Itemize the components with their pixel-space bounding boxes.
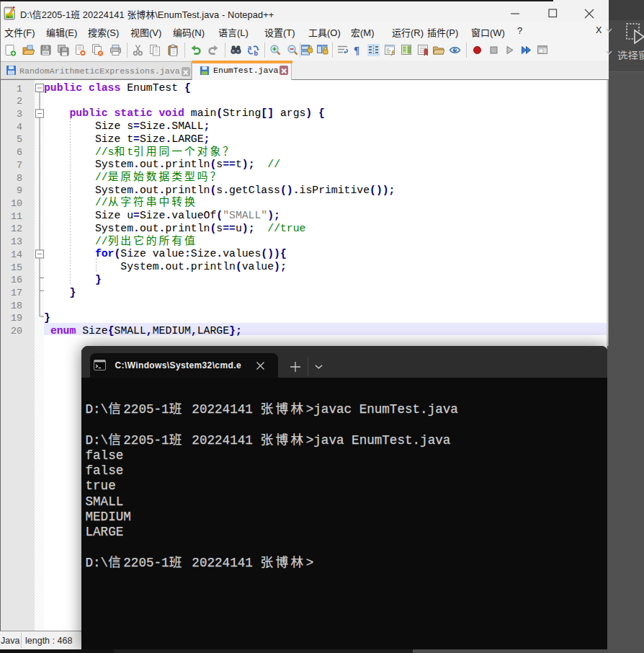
svg-text:¶: ¶ <box>354 45 359 56</box>
svg-text:b: b <box>254 50 258 56</box>
